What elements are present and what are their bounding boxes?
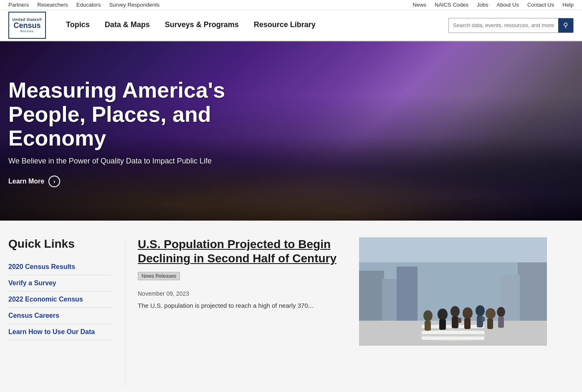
svg-rect-25 — [458, 318, 461, 323]
hero-title: Measuring America's People, Places, and … — [8, 78, 301, 150]
ql-careers[interactable]: Census Careers — [8, 308, 112, 324]
news-date: November 09, 2023 — [138, 290, 347, 297]
svg-rect-16 — [464, 318, 471, 329]
logo-title-line3: Bureau — [20, 29, 34, 33]
nav-surveys[interactable]: Surveys & Programs — [157, 10, 246, 41]
svg-point-11 — [438, 309, 448, 320]
quick-links-title: Quick Links — [8, 237, 112, 251]
hero-cta-button[interactable]: Learn More › — [8, 176, 301, 187]
hero-subtitle: We Believe in the Power of Quality Data … — [8, 157, 301, 166]
nav-links: Topics Data & Maps Surveys & Programs Re… — [58, 10, 448, 41]
ql-learn-data[interactable]: Learn How to Use Our Data — [8, 324, 112, 340]
news-title[interactable]: U.S. Population Projected to Begin Decli… — [138, 237, 347, 265]
search-icon: ⚲ — [563, 21, 568, 29]
svg-rect-24 — [425, 321, 431, 331]
nav-resource-library[interactable]: Resource Library — [246, 10, 323, 41]
nav-topics[interactable]: Topics — [58, 10, 97, 41]
svg-rect-14 — [452, 317, 458, 328]
topbar-survey-respondents[interactable]: Survey Respondents — [109, 2, 159, 8]
nav-data-maps[interactable]: Data & Maps — [97, 10, 157, 41]
svg-rect-20 — [487, 319, 493, 329]
hero-cta-label: Learn More — [8, 178, 44, 185]
news-excerpt: The U.S. population is projected to reac… — [138, 301, 347, 311]
svg-rect-22 — [498, 317, 504, 328]
search-box: ⚲ — [448, 18, 574, 33]
svg-point-23 — [423, 310, 433, 321]
search-input[interactable] — [449, 18, 558, 33]
logo-area[interactable]: United States® Census Bureau — [8, 12, 46, 39]
news-image-area — [359, 237, 547, 387]
news-image-svg — [359, 237, 547, 346]
svg-point-19 — [486, 308, 496, 319]
topbar-help[interactable]: Help — [562, 2, 574, 8]
main-nav: United States® Census Bureau Topics Data… — [0, 10, 582, 41]
news-badge: News Releases — [138, 272, 180, 280]
content-section: Quick Links 2020 Census Results Verify a… — [0, 221, 582, 387]
topbar-jobs[interactable]: Jobs — [477, 2, 488, 8]
svg-point-27 — [420, 329, 486, 342]
top-bar-left: Partners Researchers Educators Survey Re… — [8, 2, 159, 8]
topbar-partners[interactable]: Partners — [8, 2, 29, 8]
hero-content: Measuring America's People, Places, and … — [8, 78, 301, 187]
topbar-educators[interactable]: Educators — [76, 2, 101, 8]
ql-2022-economic[interactable]: 2022 Economic Census — [8, 291, 112, 308]
ql-2020-census[interactable]: 2020 Census Results — [8, 259, 112, 275]
ql-verify-survey[interactable]: Verify a Survey — [8, 275, 112, 291]
hero-banner: Measuring America's People, Places, and … — [0, 41, 582, 221]
topbar-naics[interactable]: NAICS Codes — [435, 2, 468, 8]
quick-links-panel: Quick Links 2020 Census Results Verify a… — [8, 237, 125, 387]
top-bar: Partners Researchers Educators Survey Re… — [0, 0, 582, 10]
svg-point-15 — [463, 307, 473, 319]
topbar-news[interactable]: News — [413, 2, 427, 8]
logo-title-line2: Census — [13, 22, 40, 29]
svg-point-17 — [476, 305, 485, 316]
hero-cta-arrow-icon: › — [48, 176, 60, 187]
svg-rect-26 — [482, 317, 485, 322]
topbar-about[interactable]: About Us — [496, 2, 519, 8]
svg-rect-12 — [439, 319, 446, 330]
svg-point-13 — [450, 306, 460, 317]
svg-point-21 — [497, 307, 505, 317]
top-bar-right: News NAICS Codes Jobs About Us Contact U… — [413, 2, 574, 8]
news-image — [359, 237, 547, 346]
search-button[interactable]: ⚲ — [558, 18, 573, 33]
topbar-researchers[interactable]: Researchers — [37, 2, 68, 8]
census-logo: United States® Census Bureau — [8, 12, 46, 39]
news-article: U.S. Population Projected to Begin Decli… — [138, 237, 347, 387]
topbar-contact[interactable]: Contact Us — [527, 2, 554, 8]
